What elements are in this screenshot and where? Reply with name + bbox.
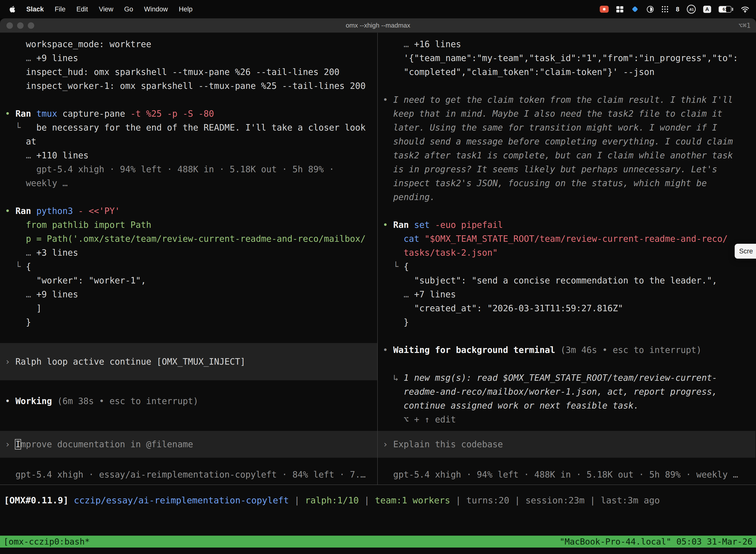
screenshot-popup[interactable]: Scre: [735, 244, 756, 259]
terminal-line: from pathlib import Path: [0, 218, 377, 232]
apple-menu-icon[interactable]: [9, 5, 15, 13]
terminal-line: inspect_worker-1: omx sparkshell --tmux-…: [0, 79, 377, 93]
text-segment: |: [450, 495, 466, 505]
blank-line: [378, 79, 756, 93]
battery-percent: 61: [719, 6, 731, 12]
blank-line: [378, 329, 756, 343]
zoom-button[interactable]: [28, 22, 34, 29]
text-segment: inspect_hud: omx sparkshell --tmux-pane …: [5, 67, 339, 77]
text-segment: -euo pipefail: [435, 220, 503, 230]
menu-extra-icon[interactable]: 8: [676, 6, 679, 13]
tmux-host-clock: "MacBook-Pro-44.local" 05:03 31-Mar-26: [560, 536, 753, 548]
minimize-button[interactable]: [17, 22, 23, 29]
window-grid-icon[interactable]: [616, 6, 624, 13]
text-segment: …: [5, 289, 36, 299]
text-segment: Ran: [393, 220, 414, 230]
text-segment: |: [359, 495, 375, 505]
composer-input-right[interactable]: › Explain this codebase: [378, 431, 756, 458]
wifi-icon[interactable]: [741, 6, 750, 13]
ralph-loop-bar[interactable]: › Ralph loop active continue [OMX_TMUX_I…: [0, 343, 377, 380]
menu-go[interactable]: Go: [124, 5, 133, 13]
terminal-line: • Ran python3 - <<'PY': [0, 204, 377, 218]
window-title-bar[interactable]: omx --xhigh --madmax ⌥⌘1: [0, 18, 756, 33]
text-segment: tasks/task-2.json": [403, 248, 498, 258]
terminal-line: at: [0, 134, 377, 149]
text-segment: inspect task2's JSON, focusing on the st…: [383, 178, 707, 188]
text-segment: task2 after task1 is complete, but can I…: [383, 151, 733, 160]
terminal-pane-left[interactable]: workspace_mode: worktree … +9 lines insp…: [0, 33, 378, 485]
terminal-line: • Ran tmux capture-pane -t %25 -p -S -80: [0, 107, 377, 121]
text-segment: {: [403, 262, 409, 272]
text-segment: +7 lines: [414, 289, 456, 299]
terminal-line: └ be necessary for the end of the README…: [0, 121, 377, 134]
blue-app-icon[interactable]: [631, 5, 639, 13]
menu-status-icons: 8 .61 A 61: [600, 5, 756, 14]
text-segment: gpt-5.4 xhigh · essay/ai-reimplementatio…: [5, 469, 366, 480]
composer-input-left[interactable]: › Improve documentation in @filename: [0, 431, 377, 458]
traffic-lights: [6, 18, 34, 33]
text-segment: is in progress? It seems likely but perh…: [383, 164, 717, 174]
text-segment: Waiting for background terminal: [393, 345, 560, 355]
menu-items: FileEditViewGoWindowHelp: [55, 5, 193, 13]
menu-view[interactable]: View: [99, 5, 113, 13]
text-segment: "$OMX_TEAM_STATE_ROOT/team/review-curren…: [425, 234, 728, 244]
text-segment: [383, 248, 403, 258]
text-segment: └: [5, 262, 26, 272]
text-segment: I: [15, 437, 20, 451]
text-segment: Ralph loop active continue [OMX_TMUX_INJ…: [15, 355, 245, 369]
working-status: • Working (6m 38s • esc to interrupt): [0, 394, 377, 408]
terminal-pane-right[interactable]: … +16 lines '{"team_name":"my-team","tas…: [378, 33, 756, 485]
terminal-line: }: [0, 315, 377, 329]
close-button[interactable]: [6, 22, 13, 29]
terminal-line: └ {: [378, 260, 756, 274]
battery-icon[interactable]: 61: [718, 6, 733, 13]
text-segment: continue assigned work or next feasible …: [383, 401, 639, 410]
omx-status-line: [OMX#0.11.9] cczip/essay/ai-reimplementa…: [0, 493, 756, 507]
text-segment: +3 lines: [36, 248, 78, 258]
terminal-line: tasks/task-2.json": [378, 246, 756, 260]
dots-grid-icon[interactable]: [662, 6, 669, 13]
text-segment: mprove documentation in @filename: [20, 437, 193, 451]
text-segment: p = Path('.omx/state/team/review-current…: [5, 234, 366, 244]
status-circle-icon[interactable]: [646, 5, 654, 13]
text-segment: ›: [5, 437, 15, 451]
terminal-line: "created_at": "2026-03-31T11:59:27.816Z": [378, 301, 756, 315]
text-segment: |: [509, 495, 525, 505]
text-segment: weekly …: [5, 178, 68, 188]
text-segment: •: [5, 109, 15, 119]
terminal-line: weekly …: [0, 176, 377, 190]
text-segment: +110 lines: [36, 151, 88, 160]
menu-edit[interactable]: Edit: [76, 5, 88, 13]
terminal-line: }: [378, 315, 756, 329]
text-segment: ›: [383, 437, 393, 451]
omx-session-status: [OMX#0.11.9] cczip/essay/ai-reimplementa…: [0, 493, 756, 507]
window-title: omx --xhigh --madmax: [346, 21, 410, 29]
text-segment: +16 lines: [414, 39, 461, 49]
menu-file[interactable]: File: [55, 5, 66, 13]
text-segment: Working: [15, 396, 57, 406]
desktop: Slack FileEditViewGoWindowHelp 8 .61 A 6…: [0, 0, 756, 554]
text-segment: {: [26, 262, 31, 272]
text-segment: …: [383, 289, 414, 299]
screen-recording-indicator-icon[interactable]: [600, 6, 609, 13]
text-segment: •: [5, 396, 15, 406]
text-segment: pending.: [383, 192, 435, 202]
terminal-line: workspace_mode: worktree: [0, 37, 377, 51]
text-segment: •: [383, 220, 393, 230]
text-segment: (3m 46s • esc to interrupt): [560, 345, 701, 355]
text-segment: ↳: [383, 373, 403, 383]
terminal-line: pending.: [378, 190, 756, 204]
menu-help[interactable]: Help: [179, 5, 193, 13]
terminal-line: … +9 lines: [0, 287, 377, 301]
active-app-name[interactable]: Slack: [26, 5, 44, 13]
menu-window[interactable]: Window: [144, 5, 168, 13]
terminal-line: … +9 lines: [0, 51, 377, 65]
percentage-ring-badge[interactable]: .61: [687, 5, 696, 14]
terminal-line: … +3 lines: [0, 246, 377, 260]
terminal-line: … +110 lines: [0, 149, 377, 162]
tmux-status-bar: [omx-cczip0:bash* "MacBook-Pro-44.local"…: [0, 536, 756, 548]
input-source-icon[interactable]: A: [703, 6, 711, 13]
blank-line: [378, 204, 756, 218]
terminal-line: inspect task2's JSON, focusing on the st…: [378, 176, 756, 190]
text-segment: "created_at": "2026-03-31T11:59:27.816Z": [383, 303, 623, 313]
